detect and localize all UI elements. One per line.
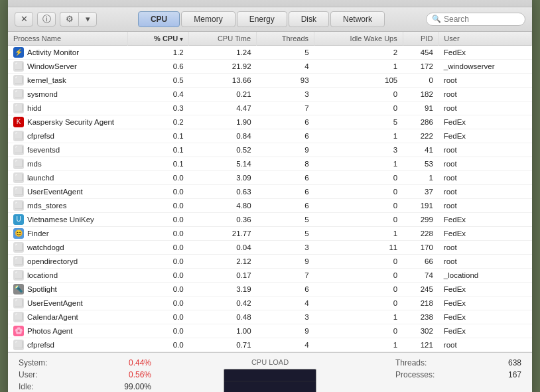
app-icon: ⬜ [13,312,24,322]
cpu-time-cell: 0.17 [189,268,257,282]
threads-label: Threads: [395,358,427,367]
cpu-time-cell: 0.36 [189,212,257,226]
table-row[interactable]: ⬜ cfprefsd 0.1 0.84 6 1 222 FedEx [8,129,532,143]
cpu-pct-cell: 1.2 [127,45,189,59]
tab-disk[interactable]: Disk [289,11,329,27]
process-name-text: Photos Agent [27,327,72,335]
idle-wakeups-cell: 1 [314,310,403,324]
table-row[interactable]: 🌸 Photos Agent 0.0 1.00 9 0 302 FedEx [8,324,532,338]
cpu-time-cell: 0.21 [189,87,257,101]
table-row[interactable]: ⬜ watchdogd 0.0 0.04 3 11 170 root [8,240,532,254]
tab-memory[interactable]: Memory [181,11,235,27]
table-row[interactable]: ⬜ UserEventAgent 0.0 0.42 4 0 218 FedEx [8,296,532,310]
user-cell: root [439,338,532,352]
table-row[interactable]: ⬜ launchd 0.0 3.09 6 0 1 root [8,170,532,184]
col-cpu-time[interactable]: CPU Time [189,32,257,46]
process-name-cell: ⬜ mds_stores [8,198,127,212]
process-name-text: fseventsd [27,146,60,154]
tab-cpu[interactable]: CPU [138,11,180,27]
table-row[interactable]: ⬜ WindowServer 0.6 21.92 4 1 172 _window… [8,59,532,73]
idle-wakeups-cell: 2 [314,45,403,59]
user-cell: root [439,73,532,87]
user-cell: root [439,143,532,157]
process-name-text: cfprefsd [27,132,54,140]
table-row[interactable]: ⬜ mds_stores 0.0 4.80 6 0 191 root [8,198,532,212]
threads-cell: 7 [257,268,314,282]
process-table-container[interactable]: Process Name % CPU ▾ CPU Time Threads Id… [8,32,532,352]
process-name-text: WindowServer [27,62,77,70]
stop-button[interactable]: ✕ [15,12,33,27]
process-name-text: opendirectoryd [27,257,78,265]
col-idle-wake-ups[interactable]: Idle Wake Ups [314,32,403,46]
process-name-text: hidd [27,104,42,112]
col-process-name[interactable]: Process Name [8,32,127,46]
idle-wakeups-cell: 0 [314,268,403,282]
col-cpu-pct[interactable]: % CPU ▾ [127,32,189,46]
table-row[interactable]: 🔦 Spotlight 0.0 3.19 6 0 245 FedEx [8,282,532,296]
idle-wakeups-cell: 0 [314,296,403,310]
processes-stat-row: Processes: 167 [395,370,521,379]
process-name-cell: U Vietnamese UniKey [8,212,127,226]
table-row[interactable]: U Vietnamese UniKey 0.0 0.36 5 0 299 Fed… [8,212,532,226]
threads-cell: 4 [257,296,314,310]
tab-network[interactable]: Network [330,11,385,27]
pid-cell: 302 [403,324,439,338]
cpu-pct-cell: 0.0 [127,184,189,198]
idle-wakeups-cell: 5 [314,115,403,129]
cpu-pct-cell: 0.0 [127,324,189,338]
gear-button[interactable]: ⚙ [60,12,78,27]
cpu-time-cell: 1.90 [189,115,257,129]
app-icon: ⬜ [13,298,24,308]
process-name-text: mds [27,160,42,168]
chevron-down-icon: ▾ [86,14,90,24]
pid-cell: 238 [403,310,439,324]
col-pid[interactable]: PID [403,32,439,46]
table-row[interactable]: ⬜ hidd 0.3 4.47 7 0 91 root [8,101,532,115]
table-row[interactable]: ⬜ cfprefsd 0.0 0.71 4 1 121 root [8,338,532,352]
info-button[interactable]: ⓘ [37,12,56,27]
table-row[interactable]: ⬜ locationd 0.0 0.17 7 0 74 _locationd [8,268,532,282]
threads-cell: 6 [257,198,314,212]
info-icon: ⓘ [42,13,51,25]
tab-energy[interactable]: Energy [237,11,287,27]
table-row[interactable]: ⚡ Activity Monitor 1.2 1.24 5 2 454 FedE… [8,45,532,59]
user-cell: root [439,101,532,115]
process-name-cell: ⚡ Activity Monitor [8,45,127,59]
pid-cell: 222 [403,129,439,143]
idle-wakeups-cell: 0 [314,184,403,198]
gear-dropdown-button[interactable]: ▾ [78,12,97,27]
app-icon: K [13,117,24,127]
bottom-panel: System: 0.44% User: 0.56% Idle: 99.00% C… [8,352,532,393]
cpu-time-cell: 0.63 [189,184,257,198]
pid-cell: 37 [403,184,439,198]
cpu-pct-cell: 0.1 [127,143,189,157]
table-row[interactable]: ⬜ opendirectoryd 0.0 2.12 9 0 66 root [8,254,532,268]
table-row[interactable]: ⬜ fseventsd 0.1 0.52 9 3 41 root [8,143,532,157]
cpu-time-cell: 13.66 [189,73,257,87]
process-name-text: locationd [27,271,58,279]
sort-arrow-icon: ▾ [180,36,183,42]
col-user[interactable]: User [439,32,532,46]
threads-cell: 7 [257,101,314,115]
search-box[interactable]: 🔍 [426,13,525,26]
pid-cell: 170 [403,240,439,254]
cpu-pct-cell: 0.0 [127,212,189,226]
table-row[interactable]: ⬜ CalendarAgent 0.0 0.48 3 1 238 FedEx [8,310,532,324]
cpu-time-cell: 21.77 [189,226,257,240]
search-input[interactable] [444,15,519,24]
cpu-pct-cell: 0.5 [127,73,189,87]
app-icon: ⚡ [13,47,24,58]
table-row[interactable]: ⬜ mds 0.1 5.14 8 1 53 root [8,157,532,170]
idle-label: Idle: [19,382,34,391]
table-row[interactable]: K Kaspersky Security Agent 0.2 1.90 6 5 … [8,115,532,129]
table-row[interactable]: ⬜ UserEventAgent 0.0 0.63 6 0 37 root [8,184,532,198]
titlebar: Activity Monitor (All Processes) [8,0,532,7]
table-row[interactable]: ⬜ kernel_task 0.5 13.66 93 105 0 root [8,73,532,87]
table-row[interactable]: ⬜ sysmond 0.4 0.21 3 0 182 root [8,87,532,101]
process-name-cell: ⬜ cfprefsd [8,338,127,352]
col-threads[interactable]: Threads [257,32,314,46]
user-cell: root [439,240,532,254]
process-name-cell: ⬜ watchdogd [8,240,127,254]
pid-cell: 66 [403,254,439,268]
table-row[interactable]: 😊 Finder 0.0 21.77 5 1 228 FedEx [8,226,532,240]
